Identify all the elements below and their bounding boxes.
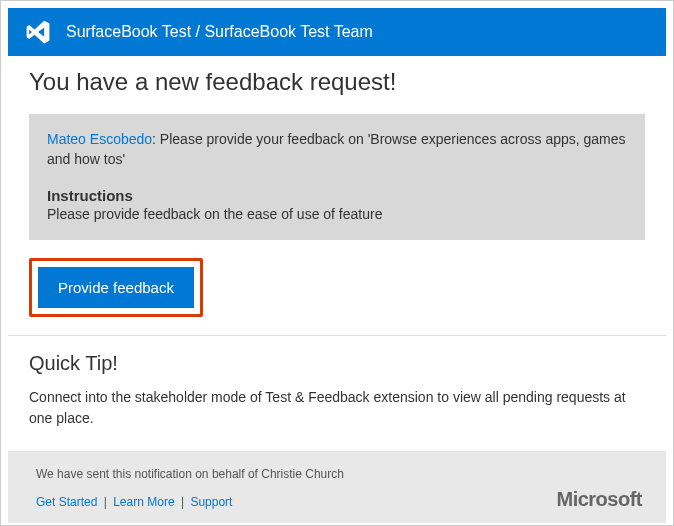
link-separator: | bbox=[104, 495, 107, 509]
instructions-label: Instructions bbox=[47, 187, 627, 204]
footer-note-prefix: We have sent this notification on behalf… bbox=[36, 467, 261, 481]
page-title: You have a new feedback request! bbox=[29, 68, 645, 96]
quick-tip-text: Connect into the stakeholder mode of Tes… bbox=[29, 387, 645, 429]
footer: We have sent this notification on behalf… bbox=[8, 451, 666, 523]
request-sender: Mateo Escobedo bbox=[47, 131, 152, 147]
feedback-request-box: Mateo Escobedo: Please provide your feed… bbox=[29, 114, 645, 240]
main-content: You have a new feedback request! Mateo E… bbox=[1, 56, 673, 335]
provide-feedback-highlight: Provide feedback bbox=[29, 258, 203, 317]
get-started-link[interactable]: Get Started bbox=[36, 495, 97, 509]
header-title: SurfaceBook Test / SurfaceBook Test Team bbox=[66, 23, 373, 41]
quick-tip-title: Quick Tip! bbox=[29, 352, 645, 375]
instructions-text: Please provide feedback on the ease of u… bbox=[47, 206, 627, 222]
support-link[interactable]: Support bbox=[190, 495, 232, 509]
microsoft-logo: Microsoft bbox=[557, 488, 643, 511]
vs-logo-icon bbox=[24, 18, 52, 46]
learn-more-link[interactable]: Learn More bbox=[113, 495, 174, 509]
link-separator: | bbox=[181, 495, 184, 509]
quick-tip-section: Quick Tip! Connect into the stakeholder … bbox=[1, 336, 673, 451]
footer-note: We have sent this notification on behalf… bbox=[36, 467, 638, 481]
footer-links: Get Started | Learn More | Support bbox=[36, 495, 638, 509]
header-bar: SurfaceBook Test / SurfaceBook Test Team bbox=[8, 8, 666, 56]
footer-on-behalf-of: Christie Church bbox=[261, 467, 344, 481]
request-message: Mateo Escobedo: Please provide your feed… bbox=[47, 130, 627, 169]
provide-feedback-button[interactable]: Provide feedback bbox=[38, 267, 194, 308]
